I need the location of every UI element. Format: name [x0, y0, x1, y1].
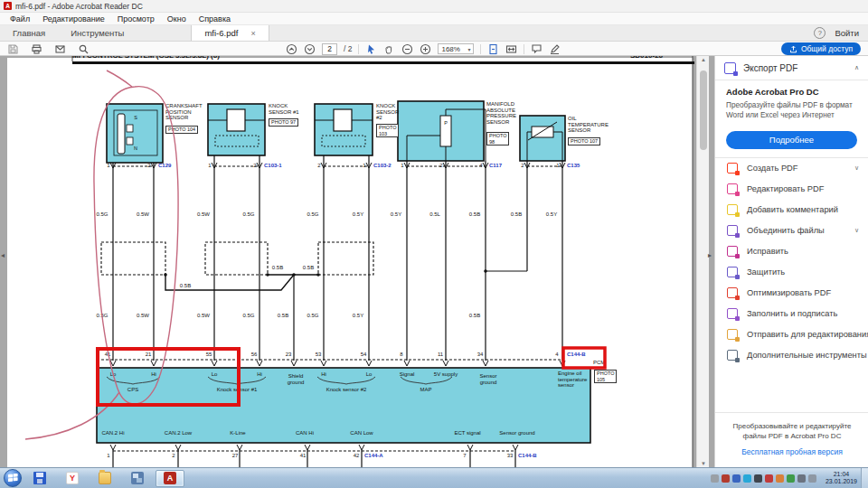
- tray-icon[interactable]: [722, 474, 730, 483]
- tray-icon[interactable]: [787, 474, 795, 483]
- sign-in-link[interactable]: Войти: [835, 28, 859, 38]
- diagram-label: MANIFOLD ABSOLUTE PRESSURE SENSOR: [486, 101, 532, 125]
- diagram-label: 8: [400, 352, 402, 358]
- share-icon: [789, 44, 797, 54]
- print-icon[interactable]: [31, 43, 42, 55]
- taskbar-button[interactable]: A: [156, 470, 184, 487]
- start-button[interactable]: [4, 469, 22, 487]
- tool-item[interactable]: Дополнительные инструменты ∨: [715, 345, 868, 366]
- chevron-up-icon[interactable]: ∧: [854, 64, 859, 71]
- tool-item[interactable]: Редактировать PDF ∨: [715, 179, 868, 200]
- close-icon[interactable]: ×: [250, 29, 255, 38]
- add-comment-icon: [727, 204, 738, 215]
- create-pdf-icon: [727, 163, 738, 174]
- menu-item[interactable]: Справка: [193, 14, 237, 23]
- tool-item[interactable]: Создать PDF ∨: [715, 158, 868, 179]
- email-icon[interactable]: [54, 43, 66, 55]
- nav-pane-handle-icon[interactable]: ◂: [1, 251, 5, 259]
- diagram-label: PHOTO 103: [376, 124, 399, 137]
- combine-files-icon: [727, 225, 738, 236]
- diagram-label: 0.5G: [96, 313, 108, 319]
- tray-icon[interactable]: [743, 474, 751, 483]
- diagram-label: CAN Hi: [296, 430, 314, 436]
- page-number-input[interactable]: 2: [322, 43, 337, 55]
- scrollbar-thumb[interactable]: [700, 70, 707, 150]
- diagram-label: 0.5W: [137, 211, 149, 218]
- taskbar-button[interactable]: [25, 470, 54, 487]
- tool-item[interactable]: Исправить ∨: [715, 241, 868, 262]
- tool-item[interactable]: Объединить файлы ∨: [715, 221, 868, 241]
- tab-home[interactable]: Главная: [0, 25, 58, 41]
- taskbar-clock[interactable]: 21:04 23.01.2019: [826, 471, 857, 486]
- sign-pen-icon[interactable]: [549, 43, 561, 55]
- chevron-down-icon[interactable]: ∨: [854, 227, 859, 234]
- pdf-scrollbar[interactable]: ▲ ▼: [696, 56, 709, 467]
- menu-item[interactable]: Файл: [4, 14, 36, 23]
- diagram-label: C129: [158, 163, 171, 169]
- system-tray: [711, 474, 820, 483]
- tool-item[interactable]: Добавить комментарий ∨: [715, 200, 868, 221]
- tray-icon[interactable]: [776, 474, 784, 483]
- tray-icon[interactable]: [732, 474, 741, 483]
- select-tool-icon[interactable]: [365, 43, 377, 55]
- diagram-label: 0.5B: [180, 283, 191, 289]
- tray-icon[interactable]: [711, 474, 719, 483]
- zoom-in-icon[interactable]: [420, 43, 431, 55]
- help-icon[interactable]: ?: [814, 27, 826, 39]
- taskbar-app-icon: A: [164, 472, 176, 484]
- menu-item[interactable]: Просмотр: [111, 14, 161, 23]
- menu-item[interactable]: Окно: [161, 14, 193, 23]
- promo-text: Преобразуйте файлы PDF в формат Word или…: [726, 101, 857, 121]
- free-trial-link[interactable]: Бесплатная пробная версия: [715, 447, 868, 456]
- tray-icon[interactable]: [808, 474, 816, 483]
- taskbar-app-icon: [99, 472, 111, 484]
- comment-icon[interactable]: [531, 43, 542, 55]
- diagram-label: CPS: [127, 387, 138, 393]
- share-button[interactable]: Общий доступ: [781, 42, 861, 55]
- menu-item[interactable]: Редактирование: [36, 14, 111, 23]
- next-page-icon[interactable]: [304, 43, 316, 55]
- diagram-label: 0.5L: [429, 211, 440, 218]
- learn-more-button[interactable]: Подробнее: [726, 131, 857, 149]
- search-icon[interactable]: [78, 43, 90, 55]
- tray-icon[interactable]: [797, 474, 806, 483]
- previous-page-icon[interactable]: [286, 43, 297, 55]
- show-desktop-button[interactable]: [861, 468, 868, 488]
- document-viewport[interactable]: MFI CONTROL SYSTEM (GSL 3.3L/3.8L) (6)SD…: [0, 56, 714, 467]
- fit-width-icon[interactable]: [505, 43, 517, 55]
- acrobat-app-icon: A: [4, 2, 12, 10]
- zoom-level-select[interactable]: 168%▾: [438, 43, 474, 54]
- taskbar-button[interactable]: Y: [58, 470, 87, 487]
- taskbar-button[interactable]: [90, 470, 119, 487]
- scroll-down-icon[interactable]: ▼: [697, 461, 710, 466]
- diagram-label: 0.5G: [307, 313, 318, 319]
- diagram-labels: MFI CONTROL SYSTEM (GSL 3.3L/3.8L) (6)SD…: [0, 56, 714, 467]
- diagram-label: N: [134, 145, 137, 151]
- diagram-label: PHOTO 107: [568, 137, 600, 145]
- hand-tool-icon[interactable]: [383, 43, 395, 55]
- share-button-label: Общий доступ: [801, 44, 853, 53]
- scroll-up-icon[interactable]: ▲: [697, 57, 710, 62]
- diagram-label: PCM: [593, 360, 605, 366]
- panel-footer: Преобразовывайте и редактируйте файлы PD…: [715, 412, 868, 467]
- tray-icon[interactable]: [754, 474, 762, 483]
- tray-icon[interactable]: [765, 474, 773, 483]
- diagram-label: 0.5G: [96, 211, 108, 218]
- zoom-out-icon[interactable]: [401, 43, 413, 55]
- tab-tools[interactable]: Инструменты: [58, 25, 137, 41]
- taskbar-button[interactable]: [123, 470, 152, 487]
- clock-time: 21:04: [826, 471, 857, 478]
- export-pdf-label: Экспорт PDF: [743, 63, 847, 73]
- tool-item[interactable]: Отправить для редактирования ∨: [715, 324, 868, 345]
- tools-pane-handle-icon[interactable]: ▸: [708, 251, 712, 259]
- save-icon[interactable]: [7, 43, 19, 55]
- tool-item[interactable]: Заполнить и подписать ∨: [715, 304, 868, 324]
- diagram-label: Hi: [257, 371, 262, 378]
- chevron-down-icon[interactable]: ∨: [854, 164, 859, 172]
- tool-item[interactable]: Защитить ∨: [715, 262, 868, 283]
- fit-page-icon[interactable]: [487, 43, 499, 55]
- export-pdf-section[interactable]: Экспорт PDF ∧: [715, 56, 868, 80]
- tab-document[interactable]: mfi-6.pdf ×: [191, 25, 269, 41]
- tool-item[interactable]: Оптимизировать PDF ∨: [715, 283, 868, 304]
- diagram-label: ECT signal: [454, 430, 480, 436]
